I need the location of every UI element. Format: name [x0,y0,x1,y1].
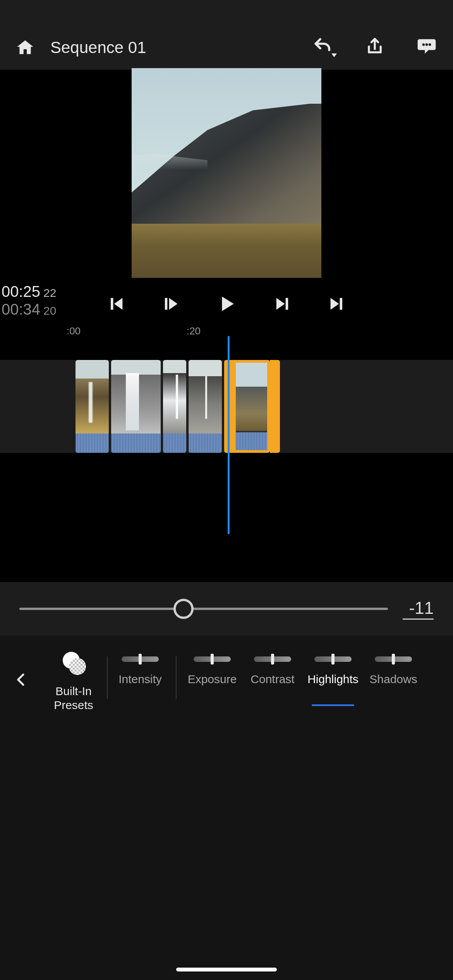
home-icon[interactable] [15,38,35,57]
header-right [312,36,438,57]
clip-handle-right[interactable] [270,360,280,453]
clip-1[interactable] [76,360,109,453]
step-forward-icon[interactable] [272,294,292,314]
adjustments-toolbar: Built-InPresets IntensityExposureContras… [0,636,453,980]
timecode-readout: 00:25 22 00:34 20 [0,283,56,318]
current-frames: 22 [43,286,56,300]
presets-icon [63,652,84,673]
mini-slider-icon [122,656,159,662]
tool-shadows[interactable]: Shadows [363,649,424,699]
go-to-start-icon[interactable] [106,294,126,314]
video-preview[interactable] [0,70,453,283]
slider-handle[interactable] [173,599,194,619]
tool-label: Intensity [118,673,162,686]
clip-5-selected[interactable] [224,360,270,453]
presets-label: Built-InPresets [54,684,93,712]
clip-3[interactable] [163,360,186,453]
mini-slider-icon [314,656,352,662]
preview-frame [132,68,321,278]
current-time: 00:25 [2,283,40,300]
app-header: Sequence 01 [0,0,453,70]
tool-exposure[interactable]: Exposure [182,649,242,699]
total-time: 00:34 [2,300,40,318]
undo-icon[interactable] [312,36,334,57]
mini-slider-icon [375,656,412,662]
mini-slider-icon [254,656,291,662]
tool-presets[interactable]: Built-InPresets [43,649,105,714]
toolbar-items: Built-InPresets IntensityExposureContras… [43,649,453,714]
slider-value[interactable]: -11 [403,598,434,620]
toolbar-separator [107,656,108,699]
clip-2[interactable] [111,360,161,453]
tool-label: Shadows [369,673,417,686]
transport-controls [106,293,347,315]
tool-label: Exposure [188,673,237,686]
timeline[interactable]: :00:20 [0,325,453,511]
clip-4[interactable] [189,360,222,453]
svg-point-1 [426,43,428,46]
tool-label: Highlights [307,673,359,686]
step-back-icon[interactable] [161,294,181,314]
ruler-tick: :00 [67,325,81,337]
svg-point-0 [422,43,425,46]
header-left: Sequence 01 [15,38,312,57]
share-icon[interactable] [365,36,385,57]
mini-slider-icon [194,656,231,662]
value-slider[interactable] [19,608,388,610]
clips-inner [76,360,280,453]
total-frames: 20 [43,304,56,318]
value-slider-panel: -11 [0,582,453,636]
home-indicator [176,968,277,971]
toolbar-separator [176,656,177,699]
tool-intensity[interactable]: Intensity [110,649,170,699]
toolbar-back-icon[interactable] [0,649,43,711]
tool-label: Contrast [251,673,294,686]
tool-highlights[interactable]: Highlights [303,649,363,699]
clips-strip[interactable] [0,360,453,453]
ruler-tick: :20 [187,325,201,337]
svg-point-2 [429,43,431,46]
comments-icon[interactable] [416,36,438,57]
go-to-end-icon[interactable] [327,294,347,314]
tool-contrast[interactable]: Contrast [242,649,303,699]
transport-row: 00:25 22 00:34 20 [0,283,453,325]
time-ruler: :00:20 [0,325,453,341]
play-icon[interactable] [216,293,237,315]
sequence-title[interactable]: Sequence 01 [50,38,146,57]
playhead[interactable] [228,336,230,534]
